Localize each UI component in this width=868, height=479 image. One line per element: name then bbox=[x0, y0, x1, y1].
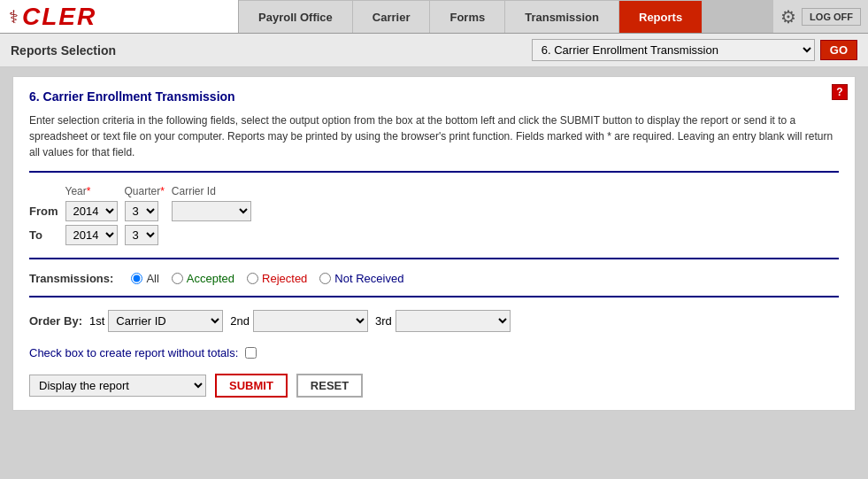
logo-area: ⚕ CLER bbox=[0, 0, 239, 33]
orderby-3rd-select[interactable]: Carrier ID Year Quarter bbox=[396, 310, 511, 332]
radio-not-received[interactable]: Not Received bbox=[319, 272, 403, 285]
help-icon[interactable]: ? bbox=[832, 84, 848, 100]
nav-tabs: Payroll Office Carrier Forms Transmissio… bbox=[239, 0, 773, 33]
header-right: ⚙ LOG OFF bbox=[773, 0, 868, 33]
year-from-select[interactable]: 2012 2013 2014 2015 bbox=[65, 201, 118, 221]
transmissions-row: Transmissions: All Accepted Rejected Not… bbox=[29, 272, 839, 297]
orderby-1st-select[interactable]: Carrier ID Year Quarter Transmission Sta… bbox=[108, 310, 223, 332]
radio-not-received-input[interactable] bbox=[319, 273, 331, 284]
form-title: 6. Carrier Enrollment Transmission bbox=[29, 89, 839, 104]
main-content: ? 6. Carrier Enrollment Transmission Ent… bbox=[0, 67, 868, 420]
radio-rejected-input[interactable] bbox=[247, 273, 258, 284]
year-header: Year* bbox=[65, 185, 118, 197]
output-select[interactable]: Display the report Export to spreadsheet… bbox=[29, 375, 206, 397]
logo-text: CLER bbox=[22, 3, 96, 31]
logo-symbol-icon: ⚕ bbox=[9, 6, 19, 27]
carrier-id-header: Carrier Id bbox=[172, 185, 251, 197]
logoff-button[interactable]: LOG OFF bbox=[802, 8, 861, 26]
report-selector: 6. Carrier Enrollment Transmission GO bbox=[532, 39, 857, 61]
quarter-header: Quarter* bbox=[125, 185, 165, 197]
reports-selection-title: Reports Selection bbox=[11, 43, 116, 58]
orderby-1st: 1st Carrier ID Year Quarter Transmission… bbox=[89, 310, 223, 332]
fields-section: Year* Quarter* Carrier Id From 2012 2013… bbox=[29, 185, 839, 259]
form-panel: ? 6. Carrier Enrollment Transmission Ent… bbox=[12, 76, 856, 411]
transmissions-label: Transmissions: bbox=[29, 272, 113, 285]
checkbox-label: Check box to create report without total… bbox=[29, 346, 238, 359]
quarter-from-select[interactable]: 1 2 3 4 bbox=[125, 201, 158, 221]
nav-tab-reports[interactable]: Reports bbox=[619, 0, 703, 33]
carrier-id-select[interactable] bbox=[172, 201, 251, 221]
orderby-label: Order By: bbox=[29, 314, 82, 328]
submit-button[interactable]: SUBMIT bbox=[215, 374, 288, 398]
orderby-2nd-select[interactable]: Carrier ID Year Quarter bbox=[253, 310, 368, 332]
gear-icon[interactable]: ⚙ bbox=[780, 6, 796, 27]
no-totals-checkbox[interactable] bbox=[245, 347, 257, 359]
radio-all-input[interactable] bbox=[131, 273, 142, 284]
orderby-2nd: 2nd Carrier ID Year Quarter bbox=[230, 310, 368, 332]
go-button[interactable]: GO bbox=[820, 40, 857, 60]
to-label: To bbox=[29, 228, 58, 242]
report-dropdown[interactable]: 6. Carrier Enrollment Transmission bbox=[532, 39, 815, 61]
nav-tab-transmission[interactable]: Transmission bbox=[505, 0, 619, 33]
reset-button[interactable]: RESET bbox=[296, 374, 363, 398]
nav-tab-forms[interactable]: Forms bbox=[430, 0, 505, 33]
subheader: Reports Selection 6. Carrier Enrollment … bbox=[0, 34, 868, 67]
action-row: Display the report Export to spreadsheet… bbox=[29, 374, 839, 398]
year-required-star: * bbox=[87, 185, 91, 197]
orderby-3rd: 3rd Carrier ID Year Quarter bbox=[375, 310, 511, 332]
header: ⚕ CLER Payroll Office Carrier Forms Tran… bbox=[0, 0, 868, 34]
quarter-required-star: * bbox=[160, 185, 165, 197]
radio-accepted-input[interactable] bbox=[172, 273, 183, 284]
nav-tab-carrier[interactable]: Carrier bbox=[353, 0, 431, 33]
from-to-grid: Year* Quarter* Carrier Id From 2012 2013… bbox=[29, 185, 251, 245]
checkbox-row: Check box to create report without total… bbox=[29, 346, 839, 359]
form-description: Enter selection criteria in the followin… bbox=[29, 112, 839, 173]
radio-accepted[interactable]: Accepted bbox=[172, 272, 234, 285]
radio-rejected[interactable]: Rejected bbox=[247, 272, 307, 285]
from-label: From bbox=[29, 205, 58, 218]
quarter-to-select[interactable]: 1 2 3 4 bbox=[125, 225, 158, 245]
nav-tab-payroll-office[interactable]: Payroll Office bbox=[239, 0, 353, 33]
orderby-row: Order By: 1st Carrier ID Year Quarter Tr… bbox=[29, 310, 839, 332]
radio-all[interactable]: All bbox=[131, 272, 158, 285]
year-to-select[interactable]: 2012 2013 2014 2015 bbox=[65, 225, 118, 245]
